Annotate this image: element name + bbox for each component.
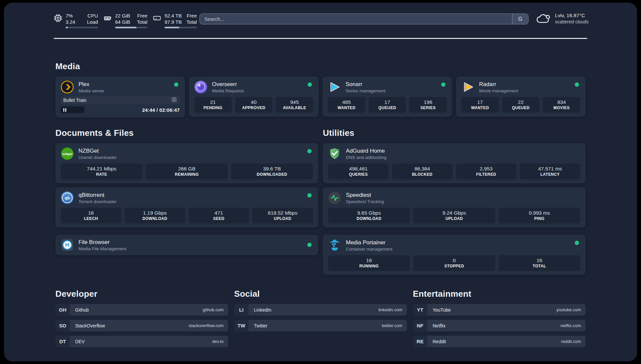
filebrowser-logo-icon [61, 238, 74, 252]
service-description: Container management [346, 246, 392, 252]
bookmark-reddit[interactable]: RE Redditreddit.com [413, 336, 586, 347]
status-dot [575, 241, 579, 245]
sonarr-logo-icon [328, 80, 341, 94]
stat-value: 834 [544, 99, 579, 105]
radarr-stats: 17WANTED 22QUEUED 834MOVIES [461, 97, 580, 113]
stat-label: QUEUED [370, 106, 405, 110]
stat-value: 17 [370, 99, 405, 105]
stat-label: DOWNLOAD [126, 216, 184, 221]
portainer-card[interactable]: Media Portainer Container management 16R… [323, 235, 586, 275]
bookmark-url: stackoverflow.com [189, 323, 224, 328]
stat-label: LATENCY [521, 172, 579, 177]
pause-icon [63, 108, 64, 112]
utilities-section: Utilities AdGuard Home DNS and adblockin… [323, 128, 586, 279]
bookmark-abbr: DT [55, 336, 70, 347]
cpu-icon [54, 14, 62, 22]
bookmark-abbr: NF [413, 320, 427, 331]
bookmark-linkedin[interactable]: LI LinkedInlinkedin.com [234, 304, 407, 316]
cpu-progress-track [66, 27, 98, 28]
stat-value: 47.571 ms [521, 166, 579, 172]
portainer-stats: 16RUNNING 0STOPPED 16TOTAL [328, 255, 580, 271]
bookmark-url: github.com [202, 307, 224, 312]
search-input[interactable] [200, 14, 512, 24]
radarr-card[interactable]: Radarr Movie management 17WANTED 22QUEUE… [456, 76, 586, 117]
bookmark-abbr: SO [55, 320, 70, 331]
overseerr-logo-icon [194, 80, 207, 94]
speedtest-card[interactable]: Speedtest Speedtest Tracking 9.65 GbpsDO… [323, 187, 586, 228]
stat-label: AVAILABLE [277, 106, 312, 110]
pause-button[interactable] [61, 106, 84, 113]
stat-tile: 39.6 TBDOWNLOADED [231, 164, 313, 179]
bookmark-stackoverflow[interactable]: SO StackOverflowstackoverflow.com [55, 320, 228, 331]
disk-free: 52.4 TB [165, 13, 182, 19]
stat-tile: 485WANTED [328, 97, 365, 113]
stat-tile: 834MOVIES [543, 97, 580, 113]
media-grid: Plex Media server Bullet Train [55, 76, 586, 117]
stat-value: 618.52 Mbps [254, 210, 312, 216]
bookmark-youtube[interactable]: YT YouTubeyoutube.com [413, 304, 586, 316]
stat-tile: 17WANTED [461, 97, 499, 113]
social-section-title: Social [234, 289, 407, 299]
stat-value: 1.19 Gbps [126, 210, 184, 216]
search-engine-button[interactable]: G [512, 14, 528, 24]
video-icon [171, 97, 177, 104]
bookmark-dev[interactable]: DT DEVdev.to [55, 336, 228, 347]
stat-value: 498,461 [329, 166, 387, 172]
stat-label: FILTERED [457, 172, 515, 177]
stat-value: 21 [196, 99, 230, 105]
status-dot [307, 193, 312, 197]
sonarr-stats: 485WANTED 17QUEUED 196SERIES [328, 97, 447, 113]
stat-label: DOWNLOADED [232, 172, 312, 177]
search-bar: G [199, 14, 529, 24]
bookmark-name: Twitter [254, 323, 267, 328]
stat-tile: 9.24 GbpsUPLOAD [413, 208, 495, 224]
bookmark-url: twitter.com [382, 323, 402, 328]
bookmark-abbr: RE [413, 336, 427, 347]
service-name: Speedtest [346, 192, 384, 198]
nzbget-card[interactable]: nzbget NZBGet Usenet downloader 744.21 M… [55, 143, 318, 183]
cpu-usage: 7% [66, 13, 73, 19]
qbittorrent-card[interactable]: qb qBittorrent Torrent downloader 16LEEC… [55, 187, 318, 228]
memory-progress-fill [115, 27, 137, 28]
cpu-label: CPU [87, 13, 98, 19]
sonarr-card[interactable]: Sonarr Series management 485WANTED 17QUE… [322, 76, 452, 117]
stat-tile: 196SERIES [409, 97, 447, 113]
bookmark-github[interactable]: GH Githubgithub.com [55, 304, 228, 316]
overseerr-stats: 21PENDING 40APPROVED 945AVAILABLE [194, 97, 313, 113]
service-name: File Browser [78, 239, 126, 246]
stat-value: 196 [411, 99, 445, 105]
service-name: Sonarr [346, 81, 385, 88]
bookmark-name: StackOverflow [75, 323, 105, 328]
adguard-card[interactable]: AdGuard Home DNS and adblocking 498,461Q… [323, 143, 586, 183]
stat-value: 16 [62, 210, 120, 216]
filebrowser-card[interactable]: File Browser Media File Management [55, 235, 318, 255]
developer-section: Developer GH Githubgithub.com SO StackOv… [55, 289, 228, 351]
bookmark-twitter[interactable]: TW Twittertwitter.com [234, 320, 407, 331]
bookmark-netflix[interactable]: NF Netflixnetflix.com [413, 320, 586, 331]
status-dot [307, 243, 312, 247]
status-dot [174, 82, 178, 87]
cpu-load: 3.24 [66, 19, 75, 25]
status-dot [308, 82, 312, 87]
service-name: Media Portainer [346, 239, 392, 246]
stat-tile: 945AVAILABLE [276, 97, 313, 113]
service-description: Movie management [479, 88, 518, 94]
overseerr-card[interactable]: Overseerr Media Requests 21PENDING 40APP… [189, 76, 319, 117]
status-dot [441, 82, 445, 87]
stat-label: UPLOAD [254, 216, 312, 221]
bookmark-url: netflix.com [561, 323, 581, 328]
stat-tile: 21PENDING [194, 97, 232, 113]
now-playing-title: Bullet Train [63, 98, 86, 103]
stat-value: 471 [190, 210, 248, 216]
stat-label: UPLOAD [414, 216, 494, 221]
cpu-load-label: Load [87, 19, 98, 25]
radarr-logo-icon [461, 80, 474, 94]
service-name: AdGuard Home [346, 147, 386, 154]
stat-label: RATE [62, 172, 141, 177]
service-description: Series management [346, 88, 385, 94]
bookmark-name: YouTube [433, 307, 451, 313]
bookmark-url: reddit.com [561, 339, 581, 344]
plex-card[interactable]: Plex Media server Bullet Train [55, 76, 185, 117]
bookmark-abbr: GH [55, 304, 70, 316]
scattered-clouds-icon [535, 13, 551, 24]
